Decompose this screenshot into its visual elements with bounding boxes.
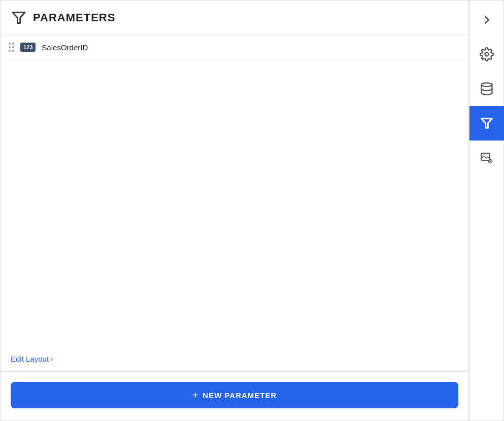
settings-button[interactable]	[469, 37, 504, 72]
new-parameter-label: NEW PARAMETER	[203, 391, 277, 400]
svg-marker-3	[481, 119, 492, 128]
app-container: PARAMETERS 123 SalesOrderID Edit Layout …	[0, 0, 504, 421]
panel-header: PARAMETERS	[1, 1, 468, 36]
svg-line-11	[489, 160, 489, 161]
plus-icon: +	[192, 390, 199, 400]
panel-footer: Edit Layout › + NEW PARAMETER	[1, 346, 468, 420]
type-badge: 123	[20, 43, 36, 52]
drag-handle-icon[interactable]	[9, 43, 14, 52]
filter-icon	[11, 10, 27, 26]
edit-layout-label: Edit Layout	[11, 355, 49, 363]
svg-marker-0	[13, 12, 25, 23]
svg-line-14	[489, 162, 489, 163]
chevron-right-icon: ›	[51, 355, 53, 363]
table-row[interactable]: 123 SalesOrderID	[1, 36, 468, 59]
footer-divider	[1, 371, 468, 372]
svg-point-1	[485, 53, 488, 56]
svg-line-13	[491, 160, 492, 161]
page-title: PARAMETERS	[33, 11, 115, 24]
collapse-sidebar-button[interactable]	[469, 3, 504, 37]
parameter-name: SalesOrderID	[42, 43, 88, 52]
image-settings-button[interactable]	[469, 141, 504, 175]
main-panel: PARAMETERS 123 SalesOrderID Edit Layout …	[1, 1, 469, 420]
svg-point-2	[481, 83, 492, 86]
svg-line-12	[491, 162, 492, 163]
right-sidebar	[469, 1, 503, 420]
new-parameter-button[interactable]: + NEW PARAMETER	[11, 382, 458, 408]
filter-button[interactable]	[469, 106, 504, 141]
parameter-list: 123 SalesOrderID	[1, 36, 468, 346]
svg-point-6	[489, 161, 490, 162]
edit-layout-link[interactable]: Edit Layout ›	[11, 355, 458, 363]
database-button[interactable]	[469, 72, 504, 106]
